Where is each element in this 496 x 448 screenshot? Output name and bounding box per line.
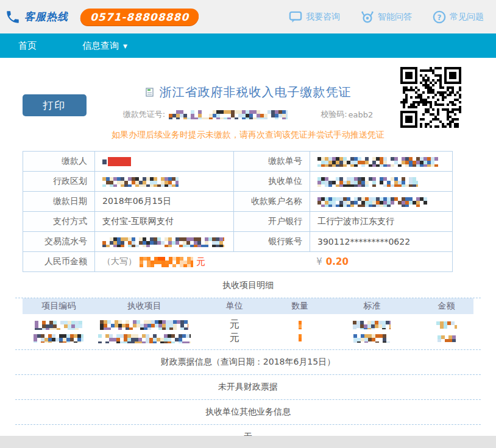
col-amount: 金额 [419,301,473,312]
receiver-account-redacted [317,197,427,207]
other-info-title-line: 执收单位其他业务信息 [0,400,496,424]
voucher-page: 打印 浙江省政府非税收入电子缴款凭证 缴款凭证号: 校验码:eabb2 如果办理… [0,58,496,436]
chevron-down-icon: ▼ [123,43,127,49]
mosaic-block [100,320,188,330]
amount-words-redacted [140,257,193,267]
table-row: 支付方式 支付宝-互联网支付 开户银行 工行宁波市江东支行 [23,212,453,232]
items-table-header: 项目编码 执收项目 单位 数量 标准 金额 [23,298,473,314]
mosaic-block [353,321,391,329]
print-doc-icon [145,88,155,97]
mosaic-block [299,321,302,329]
item-name-redacted [94,319,194,331]
footer-strip [0,436,496,448]
nav-item-info-query[interactable]: 信息查询 ▼ [82,40,127,52]
mosaic-block [438,335,456,342]
admin-division-label: 行政区划 [23,172,95,192]
consult-link-label: 我要咨询 [306,12,340,23]
main-nav: 首页 信息查询 ▼ [0,33,496,58]
amount-words-prefix: （大写） [102,256,136,267]
checksum-value: eabb2 [349,110,374,119]
rmb-amount-cell: （大写） 元 ¥ 0.20 [95,252,453,272]
hotline-number-badge: 0571-88808880 [80,9,200,26]
amount-value: 0.20 [325,256,350,267]
page-title: 浙江省政府非税收入电子缴款凭证 [145,84,352,100]
phone-icon [5,9,21,25]
items-row: 元 [23,318,473,331]
robot-icon [361,10,374,24]
payment-method-value: 支付宝-互联网支付 [95,212,234,232]
mosaic-block [35,321,82,330]
mosaic-block [98,334,191,343]
amount-in-words: （大写） 元 [102,256,205,268]
payment-no-label: 缴款单号 [234,152,310,172]
consult-link[interactable]: 我要咨询 [289,11,340,23]
svg-text:?: ? [438,13,442,21]
faq-link-label: 常见问题 [450,12,484,23]
admin-division-value [95,172,234,192]
page-title-text: 浙江省政府非税收入电子缴款凭证 [160,84,352,100]
amount-in-figures: ¥ 0.20 [316,256,352,267]
item-qty-redacted [275,332,324,344]
top-header: 客服热线 0571-88808880 我要咨询 智能问答 ? [0,0,496,33]
item-name-redacted [94,332,194,344]
mosaic-block [436,321,457,329]
bank-name-label: 开户银行 [234,212,310,232]
hotline-label: 客服热线 [24,10,68,24]
payer-redacted [108,157,131,166]
payment-details-table: 缴款人 缴款单号 行政区划 执收单位 缴款日期 2018年06月15日 收款账户… [23,151,453,272]
bank-name-value: 工行宁波市江东支行 [310,212,453,232]
col-item-code: 项目编码 [23,301,94,312]
header-links: 我要咨询 智能问答 ? 常见问题 [289,10,484,24]
item-amount-redacted [419,332,473,344]
item-unit: 元 [194,318,275,331]
admin-division-redacted [102,177,179,187]
mosaic-block [353,334,390,343]
hotline: 客服热线 0571-88808880 [5,9,199,26]
currency-symbol: ¥ [316,256,322,267]
nav-info-query-label: 信息查询 [82,40,119,52]
smart-qa-link[interactable]: 智能问答 [361,10,412,24]
qr-code [400,67,461,128]
table-row: 缴款日期 2018年06月15日 收款账户名称 [23,192,453,212]
transaction-no-label: 交易流水号 [23,232,95,252]
nav-item-home[interactable]: 首页 [18,40,37,52]
payment-date-value: 2018年06月15日 [95,192,234,212]
items-row: 元 [23,331,473,345]
print-button[interactable]: 打印 [23,94,87,116]
transaction-no-redacted [102,237,224,247]
table-row: 缴款人 缴款单号 [23,152,453,172]
payment-no-redacted [317,157,438,167]
table-row: 人民币金额 （大写） 元 ¥ 0.20 [23,252,453,272]
item-code-redacted [23,319,94,331]
nav-home-label: 首页 [18,40,37,52]
payer-label: 缴款人 [23,152,95,172]
faq-link[interactable]: ? 常见问题 [433,10,484,24]
col-standard: 标准 [325,301,419,312]
payment-date-label: 缴款日期 [23,192,95,212]
amount-unit: 元 [196,256,205,268]
voucher-no-label: 缴款凭证号: [123,109,165,120]
push-warning-text: 如果办理后续业务时提示未缴款，请再次查询该凭证并尝试手动推送凭证 [0,130,496,141]
amount-value-redacted: 0.20 [325,256,353,267]
item-qty-redacted [275,319,324,331]
rmb-amount-label: 人民币金额 [23,252,95,272]
item-standard-redacted [325,319,419,331]
payment-no-value [310,152,453,172]
question-circle-icon: ? [433,10,446,24]
checksum-label: 校验码: [321,109,347,120]
collecting-unit-value [310,172,453,192]
transaction-no-value [95,232,234,252]
payment-method-label: 支付方式 [23,212,95,232]
collecting-unit-label: 执收单位 [234,172,310,192]
mosaic-block [34,334,83,343]
collecting-unit-redacted [317,177,418,187]
hotline-number: 0571-88808880 [90,11,189,23]
item-code-redacted [23,332,94,344]
chat-bubble-icon [289,11,302,23]
bank-account-value: 390112*********0622 [310,232,453,252]
item-amount-redacted [419,319,473,331]
item-standard-redacted [325,332,419,344]
col-item-name: 执收项目 [94,301,194,312]
mosaic-block [299,334,302,343]
invoice-info-line: 财政票据信息（查询日期：2018年6月15日） [0,350,496,374]
